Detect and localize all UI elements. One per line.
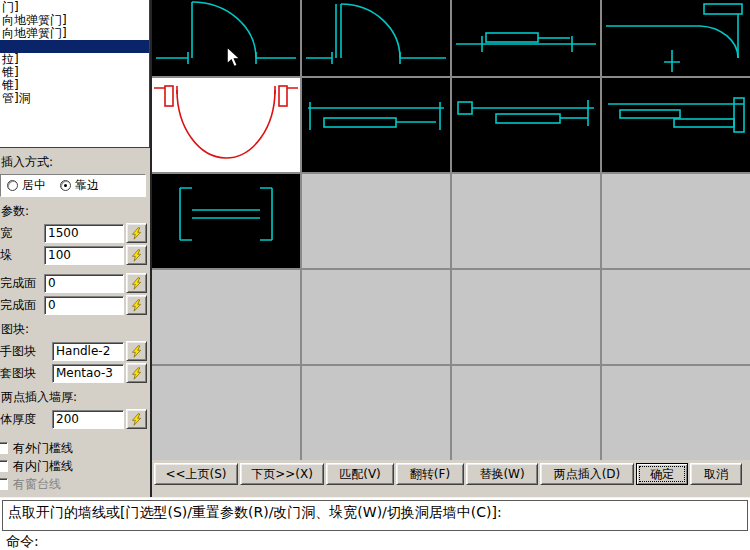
- toolbar-button[interactable]: 取消: [690, 463, 742, 485]
- field-input[interactable]: [52, 342, 124, 361]
- wall-fields: 体厚度: [0, 409, 150, 429]
- door-thumbnail[interactable]: [452, 0, 600, 76]
- radio-icon: [60, 180, 71, 191]
- toolbar-button[interactable]: 翻转(F): [396, 463, 464, 485]
- pick-icon: [130, 249, 143, 262]
- toolbar-button[interactable]: 匹配(V): [326, 463, 394, 485]
- toolbar-button[interactable]: <<上页(S): [154, 463, 238, 485]
- field-row: 完成面: [0, 273, 147, 293]
- door-insert-dialog: 门]向地弹簧门]向地弹簧门]拉]锥]锥]管]洞 插入方式: 居中靠边 参数: 宽…: [0, 0, 750, 550]
- field-input[interactable]: [44, 274, 124, 293]
- field-label: 垛: [0, 247, 42, 264]
- params-fields: 宽 垛 完成面 完成面: [0, 223, 150, 315]
- params-label: 参数:: [1, 203, 150, 220]
- field-row: 完成面: [0, 295, 147, 315]
- radio-label: 靠边: [75, 177, 99, 194]
- toolbar-button[interactable]: 下页>>(X): [240, 463, 324, 485]
- command-window: 点取开门的墙线或[门选型(S)/重置参数(R)/改门洞、垛宽(W)/切换洞居墙中…: [0, 497, 750, 550]
- pick-icon: [130, 277, 143, 290]
- command-input-line[interactable]: 命令:: [0, 531, 750, 550]
- pick-button[interactable]: [126, 223, 147, 243]
- door-thumbnail[interactable]: [152, 174, 300, 268]
- pick-button[interactable]: [126, 245, 147, 265]
- door-thumbnail[interactable]: [152, 0, 300, 76]
- checkbox-label: 有窗台线: [13, 476, 61, 493]
- checkbox-icon: [0, 478, 8, 490]
- toolbar-button[interactable]: 替换(W): [466, 463, 538, 485]
- pick-icon: [130, 367, 143, 380]
- field-row: 套图块: [0, 363, 147, 383]
- field-row: 垛: [0, 245, 147, 265]
- insert-mode-label: 插入方式:: [1, 154, 150, 171]
- radio-label: 居中: [22, 177, 46, 194]
- radio-option[interactable]: 居中: [7, 177, 46, 194]
- door-type-list[interactable]: 门]向地弹簧门]向地弹簧门]拉]锥]锥]管]洞: [0, 0, 150, 148]
- checkbox-row[interactable]: 有外门槛线: [0, 439, 150, 457]
- door-thumbnail-empty[interactable]: [302, 174, 450, 268]
- command-prompt: 点取开门的墙线或[门选型(S)/重置参数(R)/改门洞、垛宽(W)/切换洞居墙中…: [8, 504, 502, 520]
- door-thumbnail-empty[interactable]: [152, 366, 300, 460]
- field-row: 体厚度: [0, 409, 147, 429]
- checkbox-label: 有外门槛线: [13, 440, 73, 457]
- field-label: 体厚度: [0, 411, 50, 428]
- door-thumbnail-empty[interactable]: [452, 366, 600, 460]
- field-row: 宽: [0, 223, 147, 243]
- pick-icon: [130, 299, 143, 312]
- field-input[interactable]: [52, 410, 124, 429]
- door-thumbnail-empty[interactable]: [602, 174, 750, 268]
- field-row: 手图块: [0, 341, 147, 361]
- tree-item[interactable]: 管]洞: [0, 92, 149, 105]
- door-thumbnail[interactable]: [602, 0, 750, 76]
- door-thumbnail-empty[interactable]: [602, 366, 750, 460]
- field-label: 宽: [0, 225, 42, 242]
- door-thumbnail-selected[interactable]: [152, 78, 300, 172]
- field-label: 完成面: [0, 275, 42, 292]
- door-grid: [152, 0, 750, 460]
- tree-item[interactable]: 锥]: [0, 66, 149, 79]
- toolbar: <<上页(S)下页>>(X)匹配(V)翻转(F)替换(W)两点插入(D)确定取消: [152, 460, 750, 486]
- tree-item[interactable]: 向地弹簧门]: [0, 27, 149, 40]
- door-thumbnail-empty[interactable]: [302, 270, 450, 364]
- checkbox-row[interactable]: 有内门槛线: [0, 457, 150, 475]
- radio-option[interactable]: 靠边: [60, 177, 99, 194]
- pick-icon: [130, 227, 143, 240]
- field-label: 手图块: [0, 343, 50, 360]
- pick-button[interactable]: [126, 363, 147, 383]
- pick-button[interactable]: [126, 409, 147, 429]
- field-input[interactable]: [52, 364, 124, 383]
- pick-button[interactable]: [126, 273, 147, 293]
- toolbar-button[interactable]: 两点插入(D): [540, 463, 634, 485]
- insert-mode-options: 居中靠边: [0, 174, 146, 197]
- pick-button[interactable]: [126, 341, 147, 361]
- door-thumbnail-empty[interactable]: [602, 270, 750, 364]
- right-panel: <<上页(S)下页>>(X)匹配(V)翻转(F)替换(W)两点插入(D)确定取消: [150, 0, 750, 497]
- door-thumbnail[interactable]: [452, 78, 600, 172]
- blocks-label: 图块:: [1, 321, 150, 338]
- field-label: 完成面: [0, 297, 42, 314]
- radio-icon: [7, 180, 18, 191]
- tree-item[interactable]: [0, 40, 149, 53]
- field-input[interactable]: [44, 296, 124, 315]
- left-panel: 门]向地弹簧门]向地弹簧门]拉]锥]锥]管]洞 插入方式: 居中靠边 参数: 宽…: [0, 0, 150, 497]
- pick-button[interactable]: [126, 295, 147, 315]
- door-thumbnail-empty[interactable]: [152, 270, 300, 364]
- door-thumbnail-empty[interactable]: [452, 174, 600, 268]
- door-thumbnail-empty[interactable]: [302, 366, 450, 460]
- door-thumbnail-empty[interactable]: [452, 270, 600, 364]
- field-input[interactable]: [44, 246, 124, 265]
- checkbox-icon: [0, 460, 8, 472]
- checkbox-icon: [0, 442, 8, 454]
- door-thumbnail[interactable]: [602, 78, 750, 172]
- field-input[interactable]: [44, 224, 124, 243]
- command-history[interactable]: 点取开门的墙线或[门选型(S)/重置参数(R)/改门洞、垛宽(W)/切换洞居墙中…: [2, 500, 748, 531]
- pick-icon: [130, 345, 143, 358]
- wall-label: 两点插入墙厚:: [1, 389, 150, 406]
- tree-item[interactable]: 拉]: [0, 53, 149, 66]
- door-thumbnail[interactable]: [302, 0, 450, 76]
- door-thumbnail[interactable]: [302, 78, 450, 172]
- dialog-area: 门]向地弹簧门]向地弹簧门]拉]锥]锥]管]洞 插入方式: 居中靠边 参数: 宽…: [0, 0, 750, 497]
- pick-icon: [130, 413, 143, 426]
- checkbox-list: 有外门槛线有内门槛线有窗台线: [0, 439, 150, 493]
- ok-button[interactable]: 确定: [636, 463, 688, 485]
- field-label: 套图块: [0, 365, 50, 382]
